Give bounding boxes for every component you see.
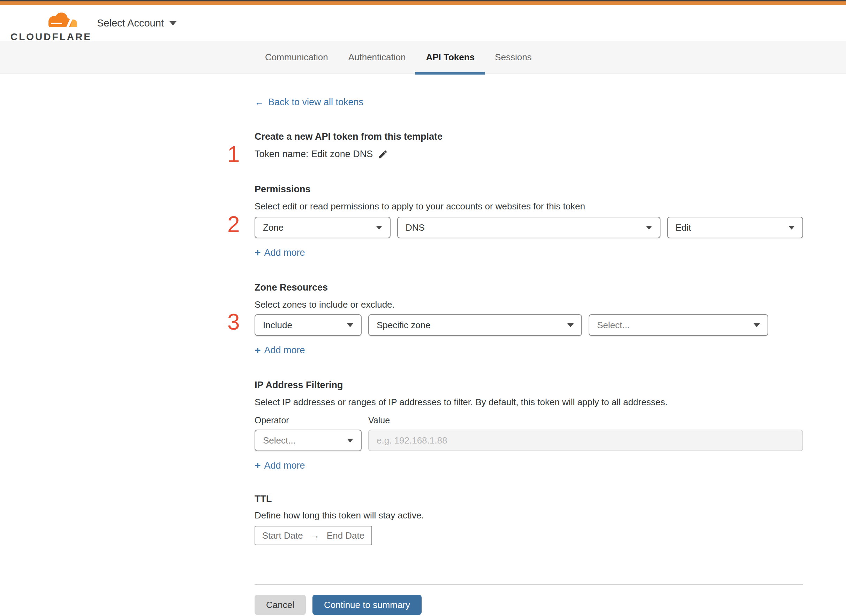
end-date-placeholder: End Date (327, 530, 365, 541)
arrow-right-icon: → (310, 530, 320, 541)
plus-icon: + (255, 247, 261, 258)
footer-divider (255, 584, 803, 585)
zone-resources-add-more-link[interactable]: + Add more (255, 344, 305, 356)
section-ip-filtering: IP Address Filtering Select IP addresses… (255, 379, 803, 471)
operator-label: Operator (255, 415, 368, 425)
section-permissions: 2 Permissions Select edit or read permis… (255, 183, 803, 258)
value-label: Value (368, 415, 390, 425)
section-token-template: 1 Create a new API token from this templ… (255, 131, 803, 160)
permissions-title: Permissions (255, 183, 803, 195)
ip-filtering-description: Select IP addresses or ranges of IP addr… (255, 396, 803, 408)
zone-pick-select[interactable]: Select... (589, 314, 768, 336)
main-content: ← Back to view all tokens 1 Create a new… (255, 74, 803, 615)
edit-pencil-icon[interactable] (378, 149, 388, 160)
permission-access-select[interactable]: Edit (667, 217, 803, 238)
permissions-description: Select edit or read permissions to apply… (255, 201, 803, 212)
section-ttl: TTL Define how long this token will stay… (255, 493, 803, 545)
zone-resources-title: Zone Resources (255, 282, 803, 293)
tab-sessions[interactable]: Sessions (495, 41, 532, 73)
account-selector[interactable]: Select Account (97, 5, 177, 41)
chevron-down-icon (567, 323, 574, 327)
chevron-down-icon (376, 226, 382, 230)
step-number-3: 3 (227, 311, 240, 333)
cloudflare-cloud-icon (44, 11, 77, 30)
permission-scope-select[interactable]: Zone (255, 217, 391, 238)
back-link-label: Back to view all tokens (268, 97, 363, 108)
ip-filtering-add-more-link[interactable]: + Add more (255, 459, 305, 471)
continue-to-summary-button[interactable]: Continue to summary (312, 595, 422, 615)
plus-icon: + (255, 459, 261, 471)
step-number-2: 2 (227, 213, 240, 236)
tab-bar: Communication Authentication API Tokens … (0, 41, 846, 74)
zone-type-select[interactable]: Specific zone (368, 314, 582, 336)
chevron-down-icon (347, 323, 353, 327)
template-title: Create a new API token from this templat… (255, 131, 803, 142)
start-date-placeholder: Start Date (262, 530, 303, 541)
ttl-description: Define how long this token will stay act… (255, 510, 803, 521)
chevron-down-icon (646, 226, 652, 230)
section-zone-resources: 3 Zone Resources Select zones to include… (255, 282, 803, 356)
ip-value-input (368, 430, 803, 451)
footer-actions: Cancel Continue to summary (255, 595, 803, 615)
ip-filtering-title: IP Address Filtering (255, 379, 803, 391)
step-number-1: 1 (227, 143, 240, 166)
chevron-down-icon (347, 439, 353, 443)
ttl-title: TTL (255, 493, 803, 505)
tab-api-tokens[interactable]: API Tokens (426, 41, 475, 73)
ttl-date-range-picker[interactable]: Start Date → End Date (255, 526, 372, 545)
tab-communication[interactable]: Communication (265, 41, 328, 73)
cloudflare-logo[interactable]: CLOUDFLARE (10, 11, 77, 43)
chevron-down-icon (789, 226, 795, 230)
zone-include-exclude-select[interactable]: Include (255, 314, 362, 336)
permissions-add-more-link[interactable]: + Add more (255, 247, 305, 258)
app-header: CLOUDFLARE Select Account (0, 5, 846, 41)
chevron-down-icon (753, 323, 760, 327)
permission-group-select[interactable]: DNS (397, 217, 661, 238)
zone-resources-description: Select zones to include or exclude. (255, 299, 803, 310)
chevron-down-icon (169, 21, 177, 25)
back-arrow-icon: ← (255, 97, 264, 108)
token-name-text: Token name: Edit zone DNS (255, 149, 373, 160)
plus-icon: + (255, 344, 261, 356)
top-accent-bar (0, 0, 846, 5)
ip-operator-select[interactable]: Select... (255, 430, 362, 451)
back-to-tokens-link[interactable]: ← Back to view all tokens (255, 97, 363, 108)
tab-authentication[interactable]: Authentication (349, 41, 406, 73)
account-selector-label: Select Account (97, 18, 164, 29)
logo-wordmark: CLOUDFLARE (10, 31, 92, 43)
cancel-button[interactable]: Cancel (255, 595, 306, 615)
